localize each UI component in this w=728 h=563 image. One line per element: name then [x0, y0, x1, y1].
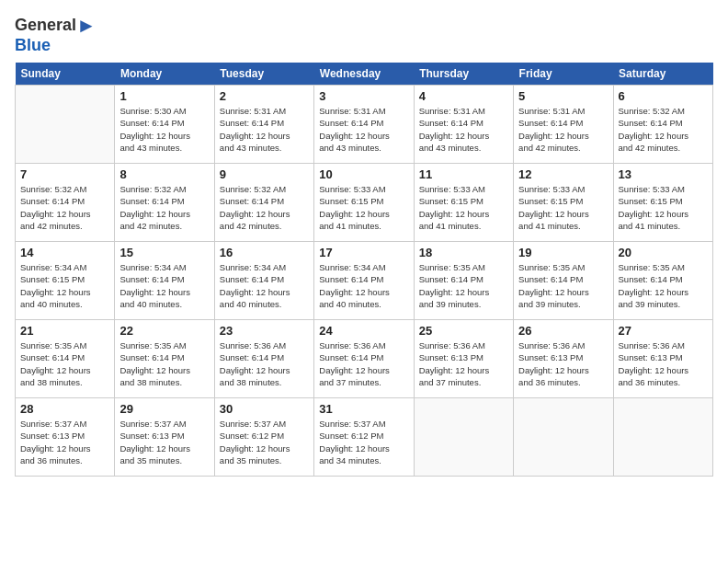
day-info: Sunrise: 5:37 AM Sunset: 6:12 PM Dayligh… [220, 418, 309, 466]
calendar-cell: 14Sunrise: 5:34 AM Sunset: 6:15 PM Dayli… [16, 241, 115, 319]
logo-blue: Blue [15, 36, 51, 54]
day-info: Sunrise: 5:35 AM Sunset: 6:14 PM Dayligh… [419, 261, 508, 310]
day-number: 2 [220, 89, 309, 103]
calendar-cell: 3Sunrise: 5:31 AM Sunset: 6:14 PM Daylig… [314, 85, 414, 163]
day-number: 28 [20, 402, 109, 416]
day-number: 12 [518, 167, 608, 181]
calendar-cell: 11Sunrise: 5:33 AM Sunset: 6:15 PM Dayli… [414, 163, 513, 241]
day-info: Sunrise: 5:31 AM Sunset: 6:14 PM Dayligh… [518, 105, 608, 154]
day-number: 18 [419, 246, 508, 259]
calendar-cell: 30Sunrise: 5:37 AM Sunset: 6:12 PM Dayli… [214, 397, 313, 476]
calendar-week-3: 14Sunrise: 5:34 AM Sunset: 6:15 PM Dayli… [16, 241, 713, 319]
day-info: Sunrise: 5:34 AM Sunset: 6:14 PM Dayligh… [319, 261, 408, 310]
day-info: Sunrise: 5:36 AM Sunset: 6:13 PM Dayligh… [518, 339, 608, 388]
day-number: 16 [220, 246, 309, 259]
calendar-cell: 8Sunrise: 5:32 AM Sunset: 6:14 PM Daylig… [115, 163, 214, 241]
day-info: Sunrise: 5:32 AM Sunset: 6:14 PM Dayligh… [119, 183, 209, 232]
day-number: 9 [220, 167, 309, 181]
day-info: Sunrise: 5:36 AM Sunset: 6:14 PM Dayligh… [319, 339, 408, 388]
day-number: 23 [220, 324, 309, 338]
day-info: Sunrise: 5:35 AM Sunset: 6:14 PM Dayligh… [119, 339, 209, 388]
day-number: 3 [319, 89, 408, 103]
day-number: 31 [319, 402, 408, 416]
day-number: 4 [419, 89, 508, 103]
calendar-cell: 22Sunrise: 5:35 AM Sunset: 6:14 PM Dayli… [115, 319, 214, 397]
day-number: 6 [619, 89, 708, 103]
day-info: Sunrise: 5:31 AM Sunset: 6:14 PM Dayligh… [319, 105, 408, 154]
day-number: 14 [20, 246, 109, 259]
weekday-header-wednesday: Wednesday [314, 63, 414, 86]
day-info: Sunrise: 5:31 AM Sunset: 6:14 PM Dayligh… [419, 105, 508, 154]
day-info: Sunrise: 5:33 AM Sunset: 6:15 PM Dayligh… [518, 183, 608, 232]
page-header: General► Blue [15, 15, 713, 55]
weekday-header-sunday: Sunday [16, 63, 115, 86]
day-info: Sunrise: 5:37 AM Sunset: 6:13 PM Dayligh… [20, 418, 109, 466]
calendar-cell: 21Sunrise: 5:35 AM Sunset: 6:14 PM Dayli… [16, 319, 115, 397]
calendar-week-5: 28Sunrise: 5:37 AM Sunset: 6:13 PM Dayli… [16, 397, 713, 476]
day-number: 22 [119, 324, 209, 338]
day-info: Sunrise: 5:35 AM Sunset: 6:14 PM Dayligh… [619, 261, 708, 310]
day-info: Sunrise: 5:30 AM Sunset: 6:14 PM Dayligh… [119, 105, 209, 154]
logo-arrow-icon: ► [76, 14, 97, 37]
day-number: 27 [619, 324, 708, 338]
calendar-cell: 16Sunrise: 5:34 AM Sunset: 6:14 PM Dayli… [214, 241, 313, 319]
day-number: 20 [619, 246, 708, 259]
day-number: 30 [220, 402, 309, 416]
calendar-cell: 31Sunrise: 5:37 AM Sunset: 6:12 PM Dayli… [314, 397, 414, 476]
day-number: 1 [119, 89, 209, 103]
weekday-header-thursday: Thursday [414, 63, 513, 86]
day-number: 26 [518, 324, 608, 338]
weekday-header-row: SundayMondayTuesdayWednesdayThursdayFrid… [16, 63, 713, 86]
calendar-cell: 12Sunrise: 5:33 AM Sunset: 6:15 PM Dayli… [514, 163, 613, 241]
calendar-week-1: 1Sunrise: 5:30 AM Sunset: 6:14 PM Daylig… [16, 85, 713, 163]
calendar-cell: 17Sunrise: 5:34 AM Sunset: 6:14 PM Dayli… [314, 241, 414, 319]
calendar-cell: 27Sunrise: 5:36 AM Sunset: 6:13 PM Dayli… [613, 319, 712, 397]
day-info: Sunrise: 5:32 AM Sunset: 6:14 PM Dayligh… [619, 105, 708, 154]
calendar-cell: 6Sunrise: 5:32 AM Sunset: 6:14 PM Daylig… [613, 85, 712, 163]
calendar-cell: 23Sunrise: 5:36 AM Sunset: 6:14 PM Dayli… [214, 319, 313, 397]
day-number: 8 [119, 167, 209, 181]
calendar-cell: 19Sunrise: 5:35 AM Sunset: 6:14 PM Dayli… [514, 241, 613, 319]
calendar-cell [613, 397, 712, 476]
day-info: Sunrise: 5:36 AM Sunset: 6:14 PM Dayligh… [220, 339, 309, 388]
day-info: Sunrise: 5:35 AM Sunset: 6:14 PM Dayligh… [518, 261, 608, 310]
calendar-cell: 15Sunrise: 5:34 AM Sunset: 6:14 PM Dayli… [115, 241, 214, 319]
calendar-body: 1Sunrise: 5:30 AM Sunset: 6:14 PM Daylig… [16, 85, 713, 476]
calendar-cell: 28Sunrise: 5:37 AM Sunset: 6:13 PM Dayli… [16, 397, 115, 476]
calendar-cell: 10Sunrise: 5:33 AM Sunset: 6:15 PM Dayli… [314, 163, 414, 241]
logo: General► Blue [15, 15, 97, 55]
day-number: 7 [20, 167, 109, 181]
day-info: Sunrise: 5:34 AM Sunset: 6:14 PM Dayligh… [220, 261, 309, 310]
day-number: 25 [419, 324, 508, 338]
day-info: Sunrise: 5:37 AM Sunset: 6:12 PM Dayligh… [319, 418, 408, 466]
day-number: 19 [518, 246, 608, 259]
calendar-table: SundayMondayTuesdayWednesdayThursdayFrid… [15, 63, 713, 477]
day-info: Sunrise: 5:33 AM Sunset: 6:15 PM Dayligh… [319, 183, 408, 232]
calendar-cell: 20Sunrise: 5:35 AM Sunset: 6:14 PM Dayli… [613, 241, 712, 319]
calendar-cell: 25Sunrise: 5:36 AM Sunset: 6:13 PM Dayli… [414, 319, 513, 397]
day-info: Sunrise: 5:36 AM Sunset: 6:13 PM Dayligh… [619, 339, 708, 388]
calendar-cell: 4Sunrise: 5:31 AM Sunset: 6:14 PM Daylig… [414, 85, 513, 163]
calendar-cell: 24Sunrise: 5:36 AM Sunset: 6:14 PM Dayli… [314, 319, 414, 397]
day-number: 29 [119, 402, 209, 416]
calendar-header: SundayMondayTuesdayWednesdayThursdayFrid… [16, 63, 713, 86]
calendar-cell: 2Sunrise: 5:31 AM Sunset: 6:14 PM Daylig… [214, 85, 313, 163]
calendar-cell: 26Sunrise: 5:36 AM Sunset: 6:13 PM Dayli… [514, 319, 613, 397]
calendar-week-2: 7Sunrise: 5:32 AM Sunset: 6:14 PM Daylig… [16, 163, 713, 241]
weekday-header-monday: Monday [115, 63, 214, 86]
day-info: Sunrise: 5:32 AM Sunset: 6:14 PM Dayligh… [20, 183, 109, 232]
calendar-cell: 18Sunrise: 5:35 AM Sunset: 6:14 PM Dayli… [414, 241, 513, 319]
calendar-week-4: 21Sunrise: 5:35 AM Sunset: 6:14 PM Dayli… [16, 319, 713, 397]
calendar-cell [414, 397, 513, 476]
logo-general: General [15, 16, 76, 34]
day-info: Sunrise: 5:33 AM Sunset: 6:15 PM Dayligh… [419, 183, 508, 232]
day-info: Sunrise: 5:37 AM Sunset: 6:13 PM Dayligh… [119, 418, 209, 466]
calendar-cell [514, 397, 613, 476]
day-info: Sunrise: 5:36 AM Sunset: 6:13 PM Dayligh… [419, 339, 508, 388]
calendar-cell: 5Sunrise: 5:31 AM Sunset: 6:14 PM Daylig… [514, 85, 613, 163]
calendar-cell [16, 85, 115, 163]
calendar-cell: 7Sunrise: 5:32 AM Sunset: 6:14 PM Daylig… [16, 163, 115, 241]
weekday-header-friday: Friday [514, 63, 613, 86]
weekday-header-tuesday: Tuesday [214, 63, 313, 86]
calendar-cell: 13Sunrise: 5:33 AM Sunset: 6:15 PM Dayli… [613, 163, 712, 241]
